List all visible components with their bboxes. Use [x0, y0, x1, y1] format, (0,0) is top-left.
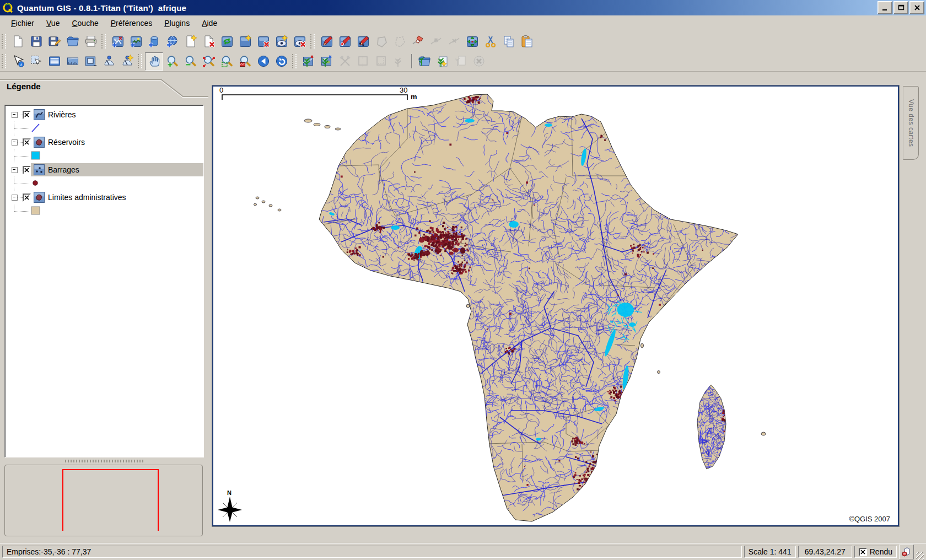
layer-visibility-checkbox[interactable]	[23, 111, 31, 119]
add-postgis-layer-button[interactable]	[145, 33, 163, 51]
layer-visibility-checkbox[interactable]	[23, 138, 31, 147]
layer-label[interactable]: Barrages	[48, 165, 79, 174]
new-grass-vector-icon	[454, 55, 467, 68]
scale-display[interactable]: Scale 1: 441	[744, 546, 796, 558]
delete-selected-button	[390, 33, 408, 51]
tab-map-views[interactable]: Vue des cartes	[903, 86, 919, 160]
menu-vue[interactable]: Vue	[40, 17, 66, 30]
show-all-layers-button[interactable]	[272, 33, 290, 51]
overview-extent-rectangle[interactable]	[62, 469, 159, 531]
add-to-overview-button[interactable]	[218, 33, 236, 51]
zoom-previous-button[interactable]	[254, 52, 272, 71]
delete-vertex-button[interactable]	[408, 33, 427, 51]
refresh-map-button[interactable]	[272, 52, 290, 71]
toolbar-separator	[411, 54, 412, 68]
toolbar-grip[interactable]	[101, 34, 106, 49]
menu-plugins[interactable]: Plugins	[158, 17, 196, 30]
delete-vertex-icon	[411, 35, 424, 48]
menu-preferences[interactable]: Préférences	[105, 17, 159, 30]
toolbar-grip[interactable]	[2, 34, 6, 49]
capture-point-button[interactable]	[336, 33, 354, 51]
expander-icon[interactable]	[12, 139, 18, 146]
open-grass-mapset-button[interactable]	[415, 52, 433, 71]
expander-icon[interactable]	[12, 112, 18, 118]
maximize-button[interactable]	[893, 1, 908, 14]
panel-splitter-handle[interactable]	[65, 460, 143, 462]
toggle-editing-button[interactable]	[317, 33, 336, 51]
legend-layer-rivieres[interactable]: Rivières	[5, 108, 203, 121]
add-grass-vector-layer-button[interactable]	[299, 52, 317, 71]
render-toggle[interactable]: Rendu	[854, 546, 897, 558]
open-attribute-table-button[interactable]	[45, 52, 63, 71]
zoom-to-selection-button[interactable]	[218, 52, 236, 71]
save-project-as-button[interactable]	[45, 33, 63, 51]
toolbar-grip[interactable]	[292, 54, 297, 68]
toolbar-grip[interactable]	[310, 34, 315, 49]
legend-symbol-row	[5, 176, 203, 191]
layer-visibility-checkbox[interactable]	[23, 166, 31, 174]
layer-label[interactable]: Rivières	[48, 110, 76, 119]
stop-render-button[interactable]	[899, 545, 914, 559]
zoom-in-button[interactable]	[163, 52, 181, 71]
expander-icon[interactable]	[12, 195, 18, 201]
north-arrow-label: N	[227, 489, 232, 496]
layer-symbol	[30, 122, 41, 133]
legend-layer-reservoirs[interactable]: Réservoirs	[5, 136, 203, 149]
remove-all-from-overview-button[interactable]	[254, 33, 272, 51]
save-project-icon	[30, 35, 43, 48]
hide-all-layers-button[interactable]	[290, 33, 309, 51]
add-grass-raster-layer-button[interactable]	[317, 52, 336, 71]
cut-features-button[interactable]	[481, 33, 499, 51]
add-all-to-overview-button[interactable]	[236, 33, 254, 51]
tab-map-views-label: Vue des cartes	[907, 99, 915, 147]
remove-layer-button[interactable]	[200, 33, 218, 51]
measure-area-button[interactable]	[82, 52, 100, 71]
zoom-to-layer-button[interactable]	[236, 52, 254, 71]
menu-couche[interactable]: Couche	[66, 17, 104, 30]
legend-layer-tree[interactable]: RivièresRéservoirsBarragesLimites admini…	[4, 105, 204, 457]
capture-line-button[interactable]	[354, 33, 372, 51]
toolbar-grip[interactable]	[2, 54, 6, 68]
legend-symbol-row	[5, 149, 203, 163]
expander-icon[interactable]	[12, 167, 18, 173]
legend-layer-limites-administratives[interactable]: Limites administratives	[5, 191, 203, 204]
render-checkbox[interactable]	[859, 548, 867, 556]
pan-map-button[interactable]	[145, 52, 163, 71]
toolbar-grip[interactable]	[138, 54, 142, 68]
layer-label[interactable]: Réservoirs	[48, 138, 85, 147]
copy-features-button[interactable]	[499, 33, 518, 51]
show-bookmarks-button[interactable]	[100, 52, 118, 71]
add-vector-layer-button[interactable]	[109, 33, 127, 51]
overview-map[interactable]	[4, 465, 203, 536]
zoom-full-extent-button[interactable]	[200, 52, 218, 71]
legend-title: Légende	[7, 82, 41, 91]
map-canvas[interactable]: 030mN©QGIS 2007	[213, 87, 898, 525]
identify-features-button[interactable]: i	[9, 52, 27, 71]
menu-fichier[interactable]: Fichier	[5, 17, 40, 30]
new-grass-mapset-button[interactable]	[433, 52, 451, 71]
add-wms-layer-button[interactable]	[163, 33, 181, 51]
layer-symbol	[30, 177, 41, 189]
layer-label[interactable]: Limites administratives	[48, 193, 126, 202]
menu-aide[interactable]: Aide	[196, 17, 223, 30]
measure-line-button[interactable]	[63, 52, 82, 71]
minimize-button[interactable]	[877, 1, 892, 14]
window-title: Quantum GIS - 0.8.1-Titan ('Titan') afri…	[17, 3, 186, 13]
move-feature-button[interactable]	[463, 33, 481, 51]
new-vector-layer-button[interactable]	[181, 33, 200, 51]
select-features-button[interactable]	[27, 52, 45, 71]
window-resize-grip[interactable]	[916, 552, 924, 560]
mouse-stop-icon	[902, 547, 912, 557]
print-button[interactable]	[82, 33, 100, 51]
open-project-button[interactable]	[63, 33, 82, 51]
coordinates-display[interactable]: 69.43,24.27	[798, 546, 852, 558]
legend-layer-barrages[interactable]: Barrages	[5, 163, 203, 176]
new-bookmark-button[interactable]	[118, 52, 136, 71]
close-button[interactable]	[909, 1, 924, 14]
zoom-out-button[interactable]	[181, 52, 200, 71]
add-raster-layer-button[interactable]	[127, 33, 145, 51]
new-project-button[interactable]	[9, 33, 27, 51]
layer-visibility-checkbox[interactable]	[23, 193, 31, 202]
paste-features-button[interactable]	[518, 33, 536, 51]
save-project-button[interactable]	[27, 33, 45, 51]
